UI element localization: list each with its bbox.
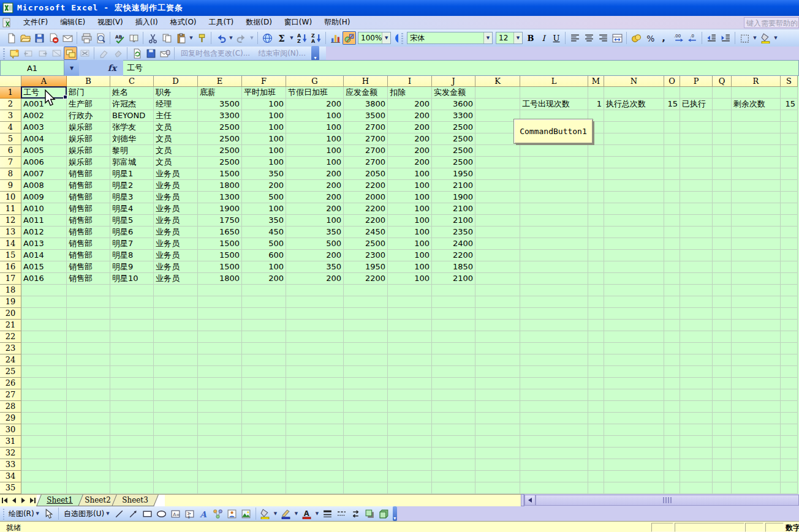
- row-header-23[interactable]: 23: [0, 343, 21, 354]
- cell-K20[interactable]: [475, 308, 520, 320]
- chevron-down-icon[interactable]: ▼: [483, 32, 492, 43]
- cell-E32[interactable]: [198, 448, 242, 459]
- cut-icon[interactable]: [146, 31, 159, 45]
- chevron-down-icon[interactable]: ▼: [228, 31, 234, 45]
- cell-C7[interactable]: 郭富城: [110, 157, 154, 168]
- cell-R5[interactable]: [732, 133, 781, 145]
- row-header-22[interactable]: 22: [0, 331, 21, 343]
- cell-J11[interactable]: 2100: [432, 203, 475, 215]
- cell-B24[interactable]: [67, 354, 110, 366]
- toolbar-grip[interactable]: [2, 47, 6, 59]
- cell-F2[interactable]: 100: [242, 99, 286, 110]
- cell-Q23[interactable]: [713, 343, 732, 354]
- cell-M17[interactable]: [588, 273, 604, 285]
- cell-C11[interactable]: 明星4: [110, 203, 154, 215]
- cell-G33[interactable]: [286, 459, 344, 471]
- cell-E18[interactable]: [198, 285, 242, 296]
- cell-I6[interactable]: 200: [388, 145, 432, 157]
- open-folder-icon[interactable]: [18, 31, 32, 45]
- column-header-E[interactable]: E: [198, 76, 242, 87]
- cell-C31[interactable]: [110, 436, 154, 448]
- row-header-5[interactable]: 5: [0, 133, 21, 145]
- row-header-1[interactable]: 1: [0, 87, 21, 99]
- insert-function-button[interactable]: fx: [101, 60, 123, 76]
- cell-I14[interactable]: 100: [388, 238, 432, 250]
- cell-F1[interactable]: 平时加班: [242, 87, 286, 99]
- name-box[interactable]: A1: [0, 60, 64, 76]
- row-header-33[interactable]: 33: [0, 459, 21, 471]
- cell-O23[interactable]: [664, 343, 680, 354]
- cell-L18[interactable]: [520, 285, 588, 296]
- cell-G29[interactable]: [286, 413, 344, 424]
- eraser-icon[interactable]: [111, 47, 124, 60]
- column-header-Q[interactable]: Q: [713, 76, 732, 87]
- format-painter-icon[interactable]: [195, 31, 208, 45]
- cell-B17[interactable]: 销售部: [67, 273, 110, 285]
- cell-R34[interactable]: [732, 471, 781, 482]
- cell-L25[interactable]: [520, 366, 588, 378]
- cell-O25[interactable]: [664, 366, 680, 378]
- cell-A27[interactable]: [21, 389, 67, 401]
- word-art-icon[interactable]: A: [197, 507, 211, 520]
- cell-P29[interactable]: [680, 413, 713, 424]
- row-header-10[interactable]: 10: [0, 192, 21, 203]
- cell-F12[interactable]: 350: [242, 215, 286, 227]
- cell-M7[interactable]: [588, 157, 604, 168]
- cell-L32[interactable]: [520, 448, 588, 459]
- cell-Q14[interactable]: [713, 238, 732, 250]
- cell-I7[interactable]: 200: [388, 157, 432, 168]
- cell-H5[interactable]: 2700: [344, 133, 388, 145]
- cell-A14[interactable]: A013: [21, 238, 67, 250]
- decrease-indent-icon[interactable]: [705, 31, 718, 45]
- cell-O1[interactable]: [664, 87, 680, 99]
- cell-P24[interactable]: [680, 354, 713, 366]
- cell-A26[interactable]: [21, 378, 67, 389]
- cell-A34[interactable]: [21, 471, 67, 482]
- cell-M35[interactable]: [588, 482, 604, 494]
- cell-B26[interactable]: [67, 378, 110, 389]
- align-right-icon[interactable]: [596, 31, 610, 45]
- cell-H31[interactable]: [344, 436, 388, 448]
- cell-B23[interactable]: [67, 343, 110, 354]
- column-header-J[interactable]: J: [432, 76, 475, 87]
- cell-J30[interactable]: [432, 424, 475, 436]
- row-header-13[interactable]: 13: [0, 227, 21, 238]
- chevron-down-icon[interactable]: ▼: [293, 507, 300, 520]
- cell-L2[interactable]: 工号出现次数: [520, 99, 588, 110]
- cell-F35[interactable]: [242, 482, 286, 494]
- cell-G17[interactable]: 200: [286, 273, 344, 285]
- cell-C9[interactable]: 明星2: [110, 180, 154, 192]
- cell-M1[interactable]: [588, 87, 604, 99]
- cell-S30[interactable]: [781, 424, 798, 436]
- cell-G31[interactable]: [286, 436, 344, 448]
- cell-F26[interactable]: [242, 378, 286, 389]
- cell-K11[interactable]: [475, 203, 520, 215]
- cell-O24[interactable]: [664, 354, 680, 366]
- cell-F11[interactable]: 100: [242, 203, 286, 215]
- cell-R19[interactable]: [732, 296, 781, 308]
- cell-O32[interactable]: [664, 448, 680, 459]
- cell-K10[interactable]: [475, 192, 520, 203]
- cell-B30[interactable]: [67, 424, 110, 436]
- cell-Q8[interactable]: [713, 168, 732, 180]
- cell-K8[interactable]: [475, 168, 520, 180]
- cell-L34[interactable]: [520, 471, 588, 482]
- cell-M30[interactable]: [588, 424, 604, 436]
- chevron-down-icon[interactable]: ▼: [773, 31, 779, 45]
- cell-O14[interactable]: [664, 238, 680, 250]
- show-all-comments-icon[interactable]: [64, 47, 77, 60]
- cell-E13[interactable]: 1650: [198, 227, 242, 238]
- help-input[interactable]: 键入需要帮助的问: [744, 17, 799, 28]
- cell-A9[interactable]: A008: [21, 180, 67, 192]
- cell-F34[interactable]: [242, 471, 286, 482]
- cell-D27[interactable]: [154, 389, 198, 401]
- vertical-text-box-icon[interactable]: A=: [183, 507, 197, 520]
- cell-B18[interactable]: [67, 285, 110, 296]
- cell-F27[interactable]: [242, 389, 286, 401]
- cell-C12[interactable]: 明星5: [110, 215, 154, 227]
- cell-N5[interactable]: [604, 133, 664, 145]
- cell-M2[interactable]: 1: [588, 99, 604, 110]
- cell-E8[interactable]: 1500: [198, 168, 242, 180]
- cell-R29[interactable]: [732, 413, 781, 424]
- cell-L20[interactable]: [520, 308, 588, 320]
